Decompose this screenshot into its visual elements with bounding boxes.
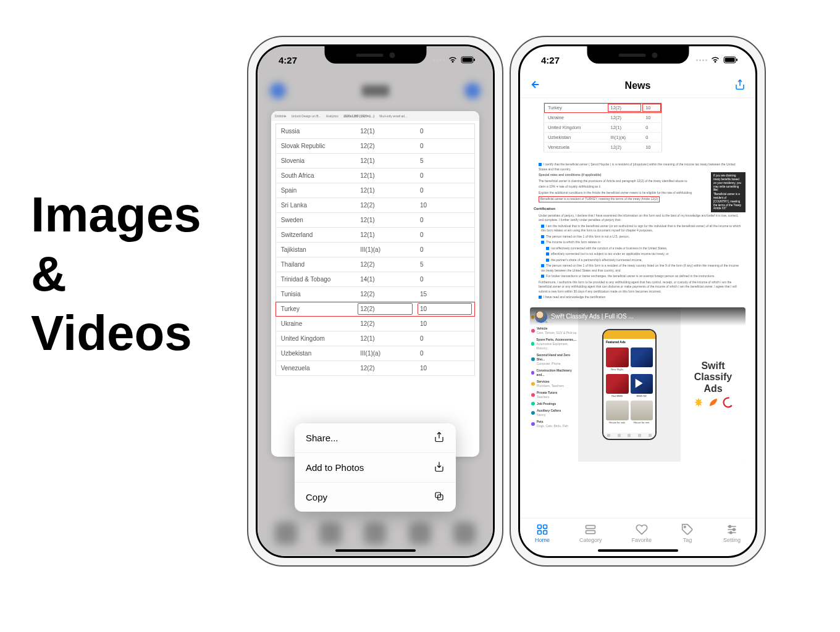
- tab-category[interactable]: Category: [579, 523, 602, 543]
- context-menu: Share...Add to PhotosCopy: [295, 423, 456, 512]
- phone-left: 4:27 Dribbble Unlock Design on B... Anal…: [247, 36, 503, 567]
- table-row: Ukraine12(2)10: [275, 317, 475, 331]
- table-row: Venezuela12(2)10: [275, 361, 475, 376]
- svg-rect-16: [586, 530, 595, 533]
- share-button[interactable]: [734, 79, 746, 93]
- battery-icon: [723, 56, 738, 64]
- tab-tag[interactable]: Tag: [681, 523, 694, 543]
- download-icon: [434, 461, 445, 474]
- category-sidebar: EstateHousing, Office, Land, Projects, .…: [530, 307, 578, 462]
- treaty-table: Russia12(1)0Slovak Republic12(2)0Sloveni…: [275, 123, 476, 376]
- play-button[interactable]: [630, 375, 646, 394]
- brand-panel: Swift Classify Ads: [681, 307, 746, 462]
- wifi-icon: [710, 56, 720, 64]
- phone-mockups: 4:27 Dribbble Unlock Design on B... Anal…: [247, 36, 766, 567]
- svg-point-23: [730, 531, 732, 533]
- svg-rect-6: [725, 58, 735, 62]
- table-row: Venezuela12(2)10: [544, 143, 662, 152]
- nav-title: News: [625, 80, 651, 91]
- table-row: TajikistanIII(1)(a)0: [275, 243, 475, 257]
- nav-bar: News: [520, 73, 755, 98]
- home-indicator[interactable]: [598, 549, 678, 552]
- table-row: Spain12(1)0: [275, 183, 475, 198]
- table-row: Sri Lanka12(2)10: [275, 198, 475, 213]
- notch: [587, 46, 689, 64]
- table-row: Turkey12(2)10: [275, 302, 475, 317]
- copymenu-item[interactable]: Copy: [295, 483, 456, 512]
- browser-tabs: Dribbble Unlock Design on B... Analytics…: [271, 111, 479, 121]
- svg-rect-13: [537, 530, 541, 534]
- svg-rect-2: [474, 59, 475, 61]
- clock: 4:27: [541, 55, 560, 65]
- svg-rect-1: [463, 58, 472, 62]
- table-row: Slovenia12(1)5: [275, 154, 475, 168]
- svg-rect-15: [586, 525, 595, 528]
- table-row: Tunisia12(2)15: [275, 287, 475, 302]
- add-to-photosmenu-item[interactable]: Add to Photos: [295, 453, 456, 483]
- table-row: United Kingdom12(1)0: [544, 123, 662, 133]
- back-button[interactable]: [530, 79, 541, 93]
- svg-point-22: [733, 528, 735, 530]
- table-row: Russia12(1)0: [275, 124, 475, 139]
- page-title: Images & Videos: [31, 185, 201, 363]
- copy-icon: [434, 491, 445, 504]
- preview-card[interactable]: Dribbble Unlock Design on B... Analytics…: [271, 111, 479, 457]
- table-row: Sweden12(1)0: [275, 213, 475, 228]
- phone-right: 4:27 News Turkey12(2)10Ukraine12(2)10Uni…: [510, 36, 766, 567]
- wifi-icon: [448, 56, 458, 64]
- svg-point-21: [729, 525, 731, 527]
- video-title: Swift Classify Ads | Full iOS ...: [551, 313, 634, 320]
- tab-favorite[interactable]: Favorite: [631, 523, 652, 543]
- table-row: UzbekistanIII(1)(a)0: [275, 346, 475, 361]
- svg-rect-14: [544, 530, 547, 534]
- table-row: Slovak Republic12(2)0: [275, 139, 475, 154]
- channel-avatar: [535, 310, 547, 323]
- notch: [324, 46, 426, 64]
- svg-point-17: [684, 526, 686, 528]
- table-row: Switzerland12(1)0: [275, 228, 475, 243]
- share-menu-item[interactable]: Share...: [295, 423, 456, 453]
- tab-home[interactable]: Home: [535, 523, 550, 543]
- clock: 4:27: [279, 55, 297, 65]
- battery-icon: [461, 56, 476, 64]
- share-icon: [434, 431, 445, 444]
- table-row: United Kingdom12(1)0: [275, 331, 475, 346]
- video-preview[interactable]: Swift Classify Ads | Full iOS ... Estate…: [530, 307, 746, 462]
- table-row: Thailand12(2)5: [275, 257, 475, 272]
- table-row: UzbekistanIII(1)(a)0: [544, 133, 662, 143]
- table-row: Ukraine12(2)10: [544, 113, 662, 123]
- video-title-bar: Swift Classify Ads | Full iOS ...: [530, 307, 746, 326]
- table-row: Trinidad & Tobago14(1)0: [275, 272, 475, 287]
- home-indicator[interactable]: [335, 549, 416, 552]
- table-row: Turkey12(2)10: [544, 103, 662, 113]
- form-block: If you are claiming treaty benefits base…: [530, 162, 746, 300]
- table-row: South Africa12(1)0: [275, 168, 475, 183]
- mini-table: Turkey12(2)10Ukraine12(2)10United Kingdo…: [544, 102, 662, 152]
- svg-rect-12: [544, 525, 547, 528]
- svg-rect-11: [537, 525, 541, 528]
- tab-bar: HomeCategoryFavoriteTagSetting: [520, 518, 755, 547]
- svg-rect-7: [736, 59, 737, 61]
- tab-setting[interactable]: Setting: [723, 523, 741, 543]
- content-area[interactable]: Turkey12(2)10Ukraine12(2)10United Kingdo…: [520, 99, 755, 522]
